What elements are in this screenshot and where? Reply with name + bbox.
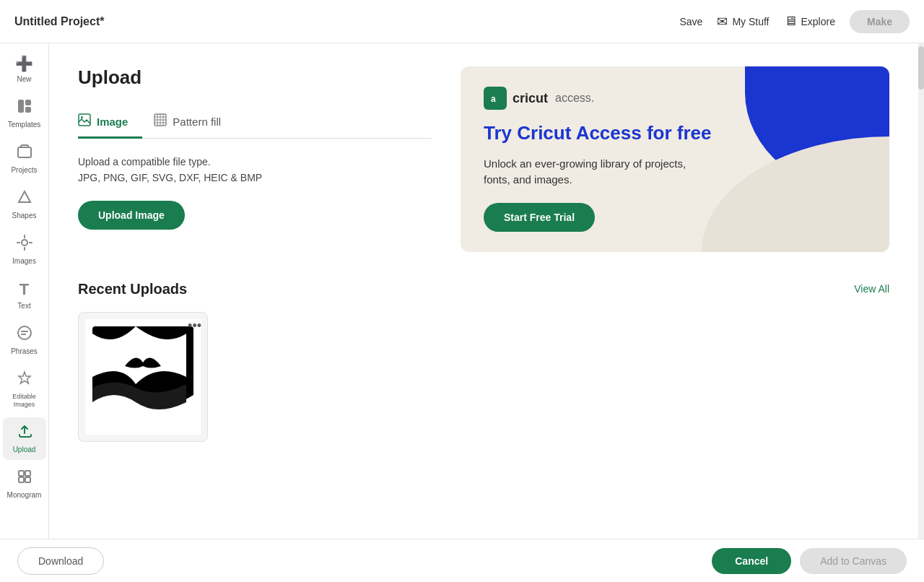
- bottom-left-actions: Download: [17, 547, 104, 575]
- templates-icon: [17, 98, 32, 118]
- cancel-button[interactable]: Cancel: [712, 548, 791, 574]
- banner-content: a cricut access. Try Cricut Access for f…: [461, 66, 735, 252]
- inbox-icon: ✉: [717, 14, 728, 30]
- sidebar-item-text[interactable]: T Text: [3, 274, 46, 316]
- text-icon: T: [19, 280, 29, 299]
- make-button[interactable]: Make: [850, 10, 910, 33]
- bottom-right-actions: Cancel Add to Canvas: [712, 548, 907, 574]
- upload-filetypes: JPG, PNG, GIF, SVG, DXF, HEIC & BMP: [78, 172, 432, 183]
- svg-text:a: a: [491, 94, 496, 104]
- svg-rect-0: [18, 100, 24, 113]
- thumbnail-menu-dots[interactable]: •••: [188, 318, 201, 334]
- shapes-icon: [17, 189, 32, 209]
- svg-rect-1: [25, 100, 31, 105]
- svg-rect-9: [25, 477, 30, 482]
- projects-icon: [17, 144, 32, 163]
- upload-icon: [17, 423, 32, 443]
- editable-images-icon: [17, 370, 32, 390]
- sidebar-item-shapes[interactable]: Shapes: [3, 183, 46, 226]
- upload-left: Upload Image: [78, 66, 432, 252]
- upload-tabs: Image: [78, 106, 432, 139]
- sidebar-item-images[interactable]: Images: [3, 229, 46, 272]
- svg-rect-7: [25, 471, 30, 476]
- sidebar-item-upload[interactable]: Upload: [3, 417, 46, 460]
- recent-uploads-section: Recent Uploads View All •••: [78, 281, 889, 442]
- upload-thumbnail[interactable]: •••: [78, 312, 208, 442]
- start-free-trial-button[interactable]: Start Free Trial: [484, 203, 595, 232]
- tab-pattern-fill[interactable]: Pattern fill: [154, 106, 235, 139]
- cricut-access-banner: a cricut access. Try Cricut Access for f…: [461, 66, 889, 252]
- recent-uploads-title: Recent Uploads: [78, 281, 187, 297]
- sidebar-item-monogram[interactable]: Monogram: [3, 463, 46, 505]
- main-layout: ➕ New Templates Projects: [0, 43, 924, 539]
- svg-point-4: [22, 240, 27, 246]
- banner-logo: a cricut access.: [484, 87, 712, 110]
- save-button[interactable]: Save: [679, 16, 702, 27]
- svg-rect-8: [19, 477, 24, 482]
- tab-image[interactable]: Image: [78, 106, 142, 139]
- topbar: Untitled Project* Save ✉ My Stuff 🖥 Expl…: [0, 0, 924, 43]
- download-button[interactable]: Download: [17, 547, 104, 575]
- svg-rect-2: [25, 107, 31, 113]
- sidebar-item-templates[interactable]: Templates: [3, 92, 46, 135]
- upload-image-button[interactable]: Upload Image: [78, 201, 185, 230]
- svg-rect-6: [19, 471, 24, 476]
- add-to-canvas-button[interactable]: Add to Canvas: [800, 548, 907, 574]
- view-all-button[interactable]: View All: [854, 283, 889, 295]
- sidebar-item-phrases[interactable]: Phrases: [3, 319, 46, 362]
- svg-point-5: [18, 326, 31, 339]
- sidebar-item-projects[interactable]: Projects: [3, 138, 46, 181]
- svg-rect-3: [18, 147, 31, 157]
- upload-description: Upload a compatible file type.: [78, 156, 432, 168]
- sidebar-item-new[interactable]: ➕ New: [3, 49, 46, 90]
- images-icon: [17, 235, 32, 254]
- cricut-logo-icon: a: [484, 87, 507, 110]
- upper-section: Upload Image: [78, 66, 889, 252]
- explore-button[interactable]: 🖥 Explore: [784, 14, 835, 29]
- phrases-icon: [17, 325, 32, 344]
- bottom-bar: Download Cancel Add to Canvas: [0, 539, 924, 582]
- explore-icon: 🖥: [784, 14, 797, 29]
- recent-uploads-header: Recent Uploads View All: [78, 281, 889, 297]
- image-tab-icon: [78, 113, 91, 129]
- cricut-access-text: access.: [555, 92, 594, 105]
- sidebar-item-editable-images[interactable]: Editable Images: [3, 365, 46, 414]
- new-icon: ➕: [15, 55, 33, 72]
- pattern-fill-tab-icon: [154, 113, 167, 129]
- banner-heading: Try Cricut Access for free: [484, 121, 712, 146]
- upload-title: Upload: [78, 66, 432, 89]
- project-title: Untitled Project*: [14, 15, 104, 28]
- content-panel: Upload Image: [49, 43, 918, 539]
- scrollbar-thumb[interactable]: [918, 46, 924, 90]
- monogram-icon: [17, 469, 32, 488]
- sidebar: ➕ New Templates Projects: [0, 43, 49, 539]
- scrollbar[interactable]: [918, 43, 924, 539]
- topbar-right: Save ✉ My Stuff 🖥 Explore Make: [679, 10, 910, 33]
- my-stuff-button[interactable]: ✉ My Stuff: [717, 14, 769, 30]
- uploads-grid: •••: [78, 312, 889, 442]
- banner-subtext: Unlock an ever-growing library of projec…: [484, 156, 712, 188]
- svg-point-24: [157, 352, 179, 366]
- svg-point-11: [81, 116, 83, 118]
- cricut-logo-text: cricut: [513, 91, 548, 106]
